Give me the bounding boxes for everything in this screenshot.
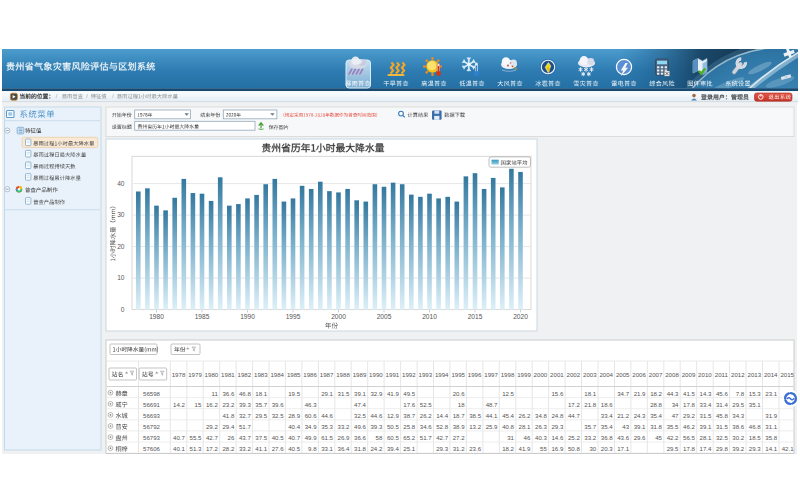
svg-text:42.1: 42.1 [782,445,794,452]
svg-text:27.2: 27.2 [453,434,465,441]
svg-text:52.8: 52.8 [436,423,448,430]
svg-text:15: 15 [195,401,202,408]
svg-text:60.5: 60.5 [387,434,399,441]
svg-text:1999: 1999 [517,371,531,378]
svg-text:46: 46 [524,434,531,441]
svg-text:30: 30 [117,211,125,218]
svg-text:40: 40 [117,180,125,187]
svg-text:56.5: 56.5 [683,434,695,441]
svg-text:24.2: 24.2 [370,445,382,452]
svg-text:29.2: 29.2 [206,423,218,430]
svg-text:41.8: 41.8 [222,412,234,419]
svg-text:20.3: 20.3 [601,445,613,452]
svg-text:40.1: 40.1 [173,445,185,452]
svg-text:28.9: 28.9 [288,412,300,419]
svg-text:1987: 1987 [320,371,334,378]
svg-text:51.3: 51.3 [190,445,202,452]
svg-text:1986: 1986 [303,371,317,378]
svg-text:31.9: 31.9 [765,412,777,419]
svg-text:36.8: 36.8 [601,434,613,441]
svg-text:32.5: 32.5 [354,412,366,419]
svg-text:2012: 2012 [731,371,745,378]
svg-text:2002: 2002 [567,371,581,378]
svg-text:2011: 2011 [715,371,729,378]
svg-text:1997: 1997 [484,371,498,378]
svg-text:11: 11 [211,390,218,397]
svg-text:1982: 1982 [238,371,252,378]
svg-text:40.4: 40.4 [288,423,300,430]
svg-text:21.9: 21.9 [634,390,646,397]
svg-text:51.7: 51.7 [239,423,251,430]
svg-text:18.2: 18.2 [502,445,514,452]
svg-text:34.3: 34.3 [732,412,744,419]
svg-text:14.1: 14.1 [765,445,777,452]
svg-text:50.8: 50.8 [568,445,580,452]
svg-text:14.2: 14.2 [173,401,185,408]
svg-text:38.7: 38.7 [403,412,415,419]
svg-text:24.3: 24.3 [634,412,646,419]
svg-text:35.3: 35.3 [321,423,333,430]
svg-text:45.8: 45.8 [716,412,728,419]
svg-text:2006: 2006 [632,371,646,378]
svg-text:43.7: 43.7 [239,434,251,441]
svg-text:43.6: 43.6 [617,434,629,441]
svg-text:42.7: 42.7 [206,434,218,441]
svg-text:20: 20 [117,243,125,250]
svg-text:2000: 2000 [534,371,548,378]
svg-text:32.5: 32.5 [272,412,284,419]
svg-text:58: 58 [376,434,383,441]
svg-text:32.5: 32.5 [716,434,728,441]
svg-text:36.6: 36.6 [222,390,234,397]
svg-text:31.5: 31.5 [716,423,728,430]
svg-text:55.5: 55.5 [190,434,202,441]
svg-text:2005: 2005 [616,371,630,378]
svg-text:12.5: 12.5 [502,390,514,397]
svg-text:2013: 2013 [748,371,762,378]
svg-text:42.2: 42.2 [667,434,679,441]
svg-text:2009: 2009 [682,371,696,378]
svg-text:38.5: 38.5 [469,412,481,419]
svg-text:41.9: 41.9 [519,445,531,452]
svg-text:44.7: 44.7 [568,412,580,419]
svg-text:2010: 2010 [698,371,712,378]
svg-text:33.2: 33.2 [239,445,251,452]
svg-text:2003: 2003 [583,371,597,378]
svg-text:35.7: 35.7 [584,423,596,430]
svg-text:40.5: 40.5 [272,434,284,441]
svg-text:33.4: 33.4 [601,412,613,419]
svg-text:45: 45 [655,434,662,441]
svg-text:50.5: 50.5 [387,423,399,430]
svg-text:29.3: 29.3 [749,445,761,452]
svg-text:34.9: 34.9 [305,423,317,430]
svg-text:1985: 1985 [287,371,301,378]
svg-text:27.6: 27.6 [272,445,284,452]
svg-text:52.5: 52.5 [420,401,432,408]
svg-text:28.2: 28.2 [222,445,234,452]
svg-text:18.2: 18.2 [650,390,662,397]
svg-text:14.3: 14.3 [700,390,712,397]
svg-text:56691: 56691 [143,401,161,408]
svg-text:18.5: 18.5 [749,434,761,441]
svg-text:12.9: 12.9 [387,412,399,419]
svg-text:17.4: 17.4 [700,445,712,452]
svg-text:41.5: 41.5 [683,390,695,397]
svg-text:34: 34 [672,401,679,408]
svg-text:15.3: 15.3 [749,390,761,397]
svg-text:0: 0 [121,306,125,313]
svg-text:44.3: 44.3 [667,390,679,397]
svg-text:45.4: 45.4 [502,412,514,419]
svg-text:2015: 2015 [468,313,483,320]
svg-text:29.1: 29.1 [321,390,333,397]
svg-text:31.8: 31.8 [354,445,366,452]
svg-text:20.6: 20.6 [453,390,465,397]
svg-text:26: 26 [228,434,235,441]
svg-text:1979: 1979 [188,371,202,378]
svg-text:56793: 56793 [143,434,161,441]
svg-text:29.5: 29.5 [732,401,744,408]
svg-text:49.5: 49.5 [403,390,415,397]
svg-text:36.4: 36.4 [338,445,350,452]
svg-text:17.6: 17.6 [403,401,415,408]
svg-text:46.3: 46.3 [305,401,317,408]
svg-text:30: 30 [589,445,596,452]
svg-text:17.2: 17.2 [206,445,218,452]
